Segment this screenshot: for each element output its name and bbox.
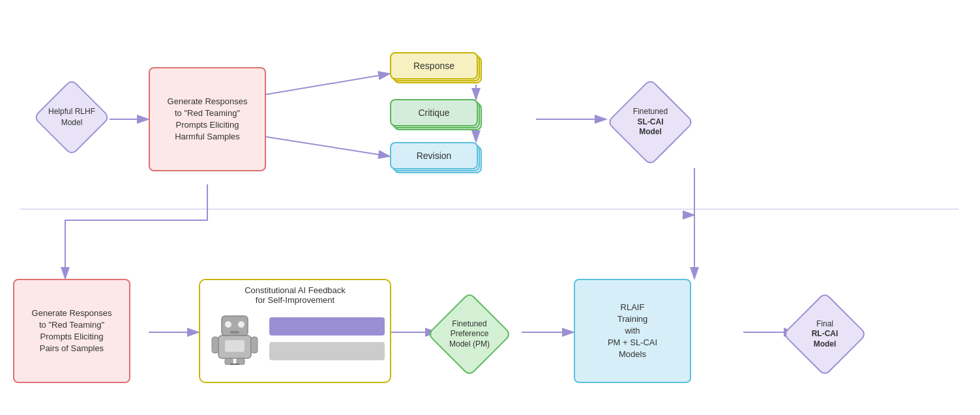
bar-gray — [269, 342, 385, 360]
svg-rect-14 — [230, 331, 239, 334]
svg-rect-18 — [251, 337, 258, 353]
robot-image — [205, 313, 264, 365]
generate-responses-1-label: Generate Responsesto "Red Teaming"Prompt… — [168, 96, 248, 143]
diagram: Helpful RLHFModel Generate Responsesto "… — [0, 0, 980, 415]
ai-feedback-title: Constitutional AI Feedbackfor Self-Impro… — [200, 280, 390, 308]
rlaif-label: RLAIFTrainingwithPM + SL-CAIModels — [608, 302, 657, 361]
response-label: Response — [390, 52, 478, 79]
revision-label: Revision — [390, 142, 478, 169]
ai-feedback-node: Constitutional AI Feedbackfor Self-Impro… — [199, 279, 391, 383]
helpful-rlhf-label: Helpful RLHFModel — [48, 106, 95, 128]
svg-point-12 — [225, 321, 231, 328]
finetuned-pm-label: FinetunedPreferenceModel (PM) — [449, 319, 490, 350]
finetuned-sl-cai-label: FinetunedSL-CAIModel — [633, 107, 668, 137]
svg-line-2 — [266, 74, 390, 94]
svg-rect-17 — [212, 337, 218, 353]
generate-responses-2-label: Generate Responsesto "Red Teaming"Prompt… — [32, 308, 112, 355]
helpful-rlhf-node: Helpful RLHFModel — [33, 78, 111, 156]
generate-responses-1-node: Generate Responsesto "Red Teaming"Prompt… — [149, 67, 266, 171]
svg-point-13 — [238, 321, 245, 328]
svg-rect-16 — [225, 340, 245, 352]
rlaif-node: RLAIFTrainingwithPM + SL-CAIModels — [574, 279, 691, 383]
bar-purple — [269, 317, 385, 336]
critique-label: Critique — [390, 99, 478, 126]
generate-responses-2-node: Generate Responsesto "Red Teaming"Prompt… — [13, 279, 130, 383]
svg-rect-21 — [230, 364, 239, 365]
feedback-bars — [269, 317, 385, 360]
finetuned-pm-node: FinetunedPreferenceModel (PM) — [427, 292, 512, 377]
final-rl-cai-node: FinalRL-CAIModel — [782, 292, 867, 377]
divider-line — [20, 208, 958, 210]
svg-line-3 — [266, 137, 390, 156]
final-rl-cai-label: FinalRL-CAIModel — [812, 319, 839, 350]
finetuned-sl-cai-node: FinetunedSL-CAIModel — [606, 78, 694, 166]
